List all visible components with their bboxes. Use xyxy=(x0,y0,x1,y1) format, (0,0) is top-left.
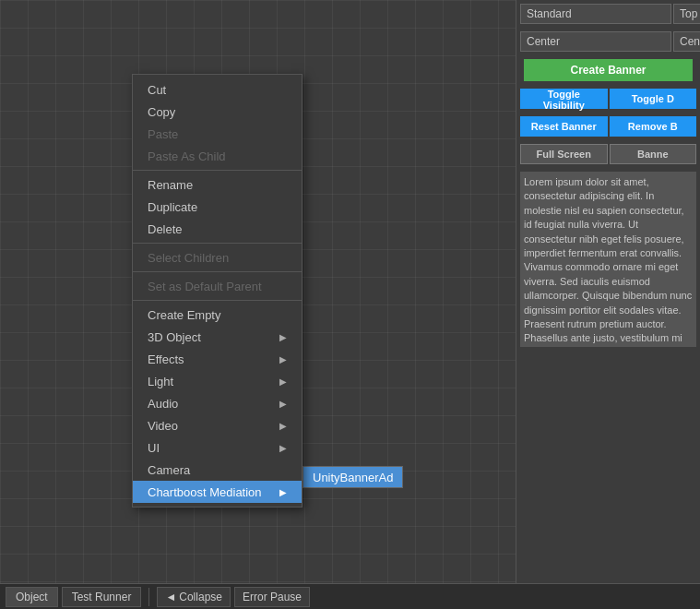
menu-item-audio[interactable]: Audio ▶ xyxy=(133,392,302,414)
bottom-bar: Object Test Runner ◄ Collapse Error Paus… xyxy=(0,583,700,609)
separator-3 xyxy=(133,271,302,272)
camera-label: Camera xyxy=(148,463,190,477)
select-children-label: Select Children xyxy=(148,251,229,265)
menu-item-paste-as-child: Paste As Child xyxy=(133,145,302,167)
3d-object-arrow-icon: ▶ xyxy=(279,332,287,342)
menu-item-set-default-parent: Set as Default Parent xyxy=(133,275,302,297)
light-label: Light xyxy=(148,375,173,388)
collapse-button[interactable]: ◄ Collapse xyxy=(157,587,231,607)
separator-1 xyxy=(133,170,302,171)
submenu-item-unity-banner-ad[interactable]: UnityBannerAd xyxy=(313,471,393,484)
panel-row-4: Reset Banner Remove B xyxy=(516,113,700,140)
banner-button[interactable]: Banne xyxy=(610,144,697,164)
remove-b-button[interactable]: Remove B xyxy=(610,116,697,137)
menu-item-select-children: Select Children xyxy=(133,246,302,269)
menu-item-cut[interactable]: Cut xyxy=(133,78,302,101)
panel-row-1 xyxy=(516,0,700,28)
center-input-1[interactable] xyxy=(520,31,671,52)
delete-label: Delete xyxy=(148,222,183,236)
menu-item-paste: Paste xyxy=(133,123,302,145)
reset-banner-button[interactable]: Reset Banner xyxy=(520,116,608,137)
chartboost-arrow-icon: ▶ xyxy=(279,487,287,497)
light-arrow-icon: ▶ xyxy=(279,376,287,387)
audio-arrow-icon: ▶ xyxy=(279,399,287,409)
tab-object[interactable]: Object xyxy=(6,587,58,607)
menu-item-camera[interactable]: Camera xyxy=(133,459,302,481)
right-panel: Create Banner Toggle Visibility Toggle D… xyxy=(516,0,700,609)
toggle-visibility-button[interactable]: Toggle Visibility xyxy=(520,89,608,109)
panel-row-3: Toggle Visibility Toggle D xyxy=(516,85,700,113)
submenu-popup[interactable]: UnityBannerAd xyxy=(303,466,403,488)
center-input-2[interactable] xyxy=(673,31,700,52)
menu-item-create-empty[interactable]: Create Empty xyxy=(133,304,302,326)
panel-row-2 xyxy=(516,28,700,55)
toggle-d-button[interactable]: Toggle D xyxy=(610,89,697,109)
duplicate-label: Duplicate xyxy=(148,200,197,214)
menu-item-delete[interactable]: Delete xyxy=(133,218,302,240)
cut-label: Cut xyxy=(148,83,166,97)
standard-input[interactable] xyxy=(520,4,671,24)
context-menu: Cut Copy Paste Paste As Child Rename Dup… xyxy=(132,74,303,508)
lorem-text: Lorem ipsum dolor sit amet, consectetur … xyxy=(524,176,692,347)
collapse-label: Collapse xyxy=(179,591,222,603)
create-empty-label: Create Empty xyxy=(148,308,220,322)
menu-item-3d-object[interactable]: 3D Object ▶ xyxy=(133,326,302,348)
error-pause-button[interactable]: Error Pause xyxy=(234,587,310,607)
chartboost-mediation-label: Chartboost Mediation xyxy=(148,485,262,499)
collapse-arrow-icon: ◄ xyxy=(165,591,176,603)
menu-item-video[interactable]: Video ▶ xyxy=(133,414,302,436)
3d-object-label: 3D Object xyxy=(148,330,201,344)
menu-item-copy[interactable]: Copy xyxy=(133,101,302,123)
audio-label: Audio xyxy=(148,397,178,411)
menu-item-duplicate[interactable]: Duplicate xyxy=(133,196,302,218)
menu-item-rename[interactable]: Rename xyxy=(133,173,302,196)
lorem-text-panel: Lorem ipsum dolor sit amet, consectetur … xyxy=(520,172,696,347)
menu-item-effects[interactable]: Effects ▶ xyxy=(133,348,302,370)
menu-item-light[interactable]: Light ▶ xyxy=(133,370,302,392)
ui-label: UI xyxy=(148,441,160,455)
full-screen-button[interactable]: Full Screen xyxy=(520,144,608,164)
separator-bottom xyxy=(148,588,149,606)
separator-2 xyxy=(133,243,302,244)
video-arrow-icon: ▶ xyxy=(279,421,287,431)
menu-item-ui[interactable]: UI ▶ xyxy=(133,436,302,459)
rename-label: Rename xyxy=(148,178,193,192)
top-left-input[interactable] xyxy=(673,4,700,24)
copy-label: Copy xyxy=(148,105,175,119)
effects-label: Effects xyxy=(148,352,184,366)
separator-4 xyxy=(133,300,302,301)
create-banner-button[interactable]: Create Banner xyxy=(524,59,693,81)
ui-arrow-icon: ▶ xyxy=(279,443,287,453)
menu-item-chartboost-mediation[interactable]: Chartboost Mediation ▶ xyxy=(133,481,302,503)
tab-test-runner[interactable]: Test Runner xyxy=(62,587,142,607)
paste-label: Paste xyxy=(148,127,178,141)
panel-row-5: Full Screen Banne xyxy=(516,140,700,168)
set-default-parent-label: Set as Default Parent xyxy=(148,280,262,293)
effects-arrow-icon: ▶ xyxy=(279,354,287,364)
paste-as-child-label: Paste As Child xyxy=(148,149,226,163)
video-label: Video xyxy=(148,419,178,433)
